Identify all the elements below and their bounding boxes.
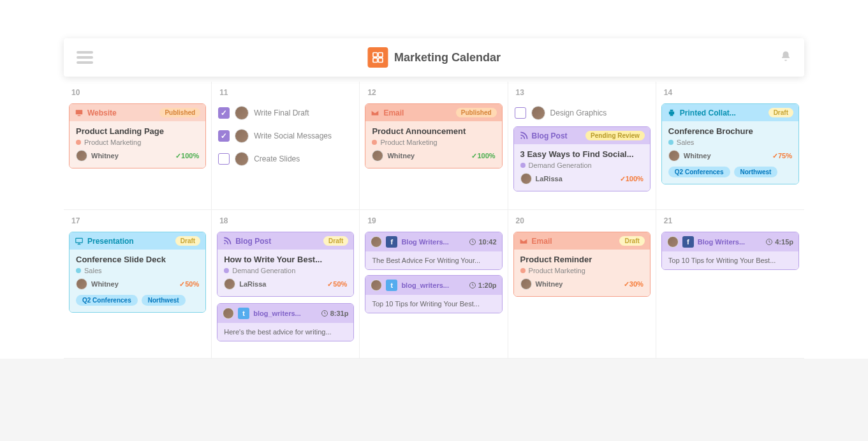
monitor-icon — [75, 108, 84, 117]
card-blog-post[interactable]: Blog Post Pending Review 3 Easy Ways to … — [513, 126, 651, 191]
svg-rect-4 — [76, 110, 83, 114]
category-dot-icon — [372, 140, 377, 145]
card-blog-post[interactable]: Blog Post Draft How to Write Your Best..… — [217, 232, 354, 297]
twitter-icon: t — [386, 280, 397, 291]
task-item[interactable]: Write Final Draft — [217, 103, 354, 123]
card-type-label: Blog Post — [532, 131, 568, 140]
day-cell: 19 f Blog Writers... 10:42 The Best Advi… — [360, 210, 508, 359]
card-owner: Whitney — [91, 280, 119, 288]
card-email[interactable]: Email Published Product Announcement Pro… — [365, 103, 502, 168]
social-card-twitter[interactable]: t blog_writers... 1:20p Top 10 Tips for … — [365, 275, 502, 313]
checkbox-icon[interactable] — [218, 153, 230, 165]
card-presentation[interactable]: Presentation Draft Conference Slide Deck… — [69, 232, 206, 313]
card-type-label: Email — [532, 237, 552, 246]
clock-icon — [469, 281, 476, 289]
progress-value: ✓100% — [471, 152, 495, 160]
svg-rect-5 — [78, 115, 81, 116]
checkbox-icon[interactable] — [515, 107, 526, 119]
day-number: 13 — [513, 88, 651, 97]
tag-pill[interactable]: Q2 Conferences — [668, 167, 730, 177]
task-label: Write Final Draft — [254, 108, 309, 117]
day-cell: 20 Email Draft Product Reminder Product … — [508, 210, 656, 359]
avatar — [371, 280, 382, 291]
card-printed-collateral[interactable]: Printed Collat... Draft Conference Broch… — [661, 103, 799, 184]
card-owner: Whitney — [684, 152, 711, 160]
social-card-facebook[interactable]: f Blog Writers... 10:42 The Best Advice … — [365, 232, 502, 270]
status-badge: Published — [159, 108, 200, 117]
social-time: 4:15p — [775, 238, 793, 246]
card-title: Conference Slide Deck — [76, 255, 199, 264]
avatar — [667, 236, 679, 248]
card-title: 3 Easy Ways to Find Social... — [520, 149, 644, 159]
card-title: How to Write Your Best... — [224, 255, 347, 264]
task-item[interactable]: Write Social Messages — [217, 126, 354, 146]
avatar — [76, 278, 87, 290]
day-cell: 18 Blog Post Draft How to Write Your Bes… — [212, 210, 360, 359]
progress-value: ✓100% — [620, 175, 644, 183]
day-cell: 17 Presentation Draft Conference Slide D… — [64, 210, 212, 359]
card-title: Product Announcement — [372, 126, 495, 136]
social-account: Blog Writers... — [698, 238, 745, 246]
checkbox-icon[interactable] — [218, 130, 230, 142]
svg-rect-10 — [76, 238, 83, 243]
avatar — [235, 152, 249, 166]
notifications-icon[interactable] — [780, 50, 791, 65]
clock-icon — [321, 310, 328, 317]
card-owner: Whitney — [91, 152, 119, 160]
social-time: 10:42 — [478, 238, 496, 246]
printer-icon — [667, 108, 676, 117]
avatar — [224, 278, 235, 290]
mail-icon — [519, 237, 528, 246]
card-owner: Whitney — [387, 152, 415, 160]
tag-pill[interactable]: Q2 Conferences — [76, 295, 138, 306]
category-dot-icon — [520, 268, 526, 273]
card-category: Demand Generation — [529, 161, 592, 169]
clock-icon — [469, 238, 476, 246]
status-badge: Draft — [619, 236, 644, 246]
avatar — [520, 278, 532, 290]
category-dot-icon — [224, 268, 229, 273]
day-number: 11 — [217, 88, 354, 97]
social-card-facebook[interactable]: f Blog Writers... 4:15p Top 10 Tips for … — [661, 232, 799, 270]
svg-rect-1 — [378, 53, 383, 57]
card-email[interactable]: Email Draft Product Reminder Product Mar… — [513, 232, 651, 297]
app-logo-icon — [367, 47, 388, 68]
rss-icon — [223, 237, 232, 246]
menu-icon[interactable] — [77, 49, 93, 66]
social-text: Top 10 Tips for Writing Your Best... — [365, 295, 501, 313]
tag-pill[interactable]: Northwest — [142, 295, 186, 306]
day-cell: 13 Design Graphics Blog Post Pending Rev… — [508, 82, 656, 210]
card-type-label: Website — [87, 108, 117, 117]
card-website[interactable]: Website Published Product Landing Page P… — [69, 103, 206, 168]
day-number: 20 — [513, 216, 651, 225]
avatar — [372, 150, 383, 161]
facebook-icon: f — [682, 236, 694, 248]
avatar — [520, 173, 532, 184]
mail-icon — [371, 108, 379, 117]
svg-rect-8 — [670, 109, 673, 111]
social-card-twitter[interactable]: t blog_writers... 8:31p Here's the best … — [217, 303, 354, 341]
task-item[interactable]: Create Slides — [217, 149, 354, 168]
progress-value: ✓100% — [175, 152, 199, 160]
day-number: 10 — [69, 88, 206, 97]
day-cell: 21 f Blog Writers... 4:15p Top 10 Tips f… — [656, 210, 804, 359]
card-owner: LaRissa — [536, 175, 563, 183]
svg-point-13 — [224, 243, 226, 244]
social-time: 1:20p — [478, 281, 497, 289]
category-dot-icon — [520, 163, 526, 168]
checkbox-icon[interactable] — [218, 107, 230, 119]
task-item[interactable]: Design Graphics — [513, 103, 651, 123]
card-owner: Whitney — [536, 280, 563, 288]
avatar — [235, 129, 249, 143]
rss-icon — [519, 131, 528, 140]
card-category: Product Marketing — [529, 267, 585, 274]
status-badge: Draft — [175, 236, 200, 246]
category-dot-icon — [76, 268, 81, 273]
clock-icon — [765, 238, 773, 246]
tag-pill[interactable]: Northwest — [734, 167, 778, 177]
svg-rect-9 — [670, 114, 673, 116]
social-account: blog_writers... — [253, 310, 301, 317]
avatar — [235, 106, 249, 120]
card-type-label: Blog Post — [235, 237, 271, 246]
facebook-icon: f — [386, 236, 397, 248]
